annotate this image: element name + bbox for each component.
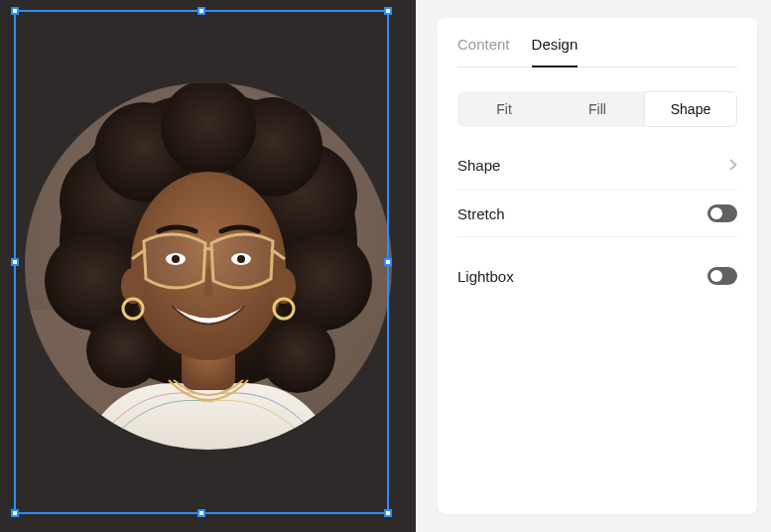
row-shape[interactable]: Shape: [457, 141, 737, 191]
tab-design[interactable]: Design: [532, 36, 578, 66]
toggle-knob: [710, 270, 722, 282]
resize-handle-bottom[interactable]: [197, 509, 205, 517]
row-stretch-label: Stretch: [457, 205, 505, 222]
segment-shape[interactable]: Shape: [644, 91, 737, 127]
chevron-right-icon: [729, 155, 737, 176]
toggle-knob: [710, 207, 722, 219]
resize-handle-left[interactable]: [11, 258, 19, 266]
row-stretch: Stretch: [457, 191, 737, 237]
resize-handle-top-left[interactable]: [11, 7, 19, 15]
row-lightbox: Lightbox: [457, 253, 737, 299]
image-fit-segmented: Fit Fill Shape: [457, 91, 737, 127]
canvas[interactable]: [0, 0, 416, 532]
resize-handle-bottom-left[interactable]: [11, 509, 19, 517]
toggle-lightbox[interactable]: [707, 267, 737, 285]
inspector-tabs: Content Design: [457, 36, 737, 67]
segment-fill[interactable]: Fill: [551, 91, 644, 127]
toggle-stretch[interactable]: [707, 204, 737, 222]
tab-content[interactable]: Content: [457, 36, 510, 66]
selection-box[interactable]: [14, 10, 389, 514]
inspector-wrap: Content Design Fit Fill Shape Shape Stre…: [416, 0, 771, 532]
resize-handle-bottom-right[interactable]: [384, 509, 392, 517]
segment-fit[interactable]: Fit: [457, 91, 551, 127]
resize-handle-top[interactable]: [197, 7, 205, 15]
section-gap: [457, 237, 737, 253]
resize-handle-top-right[interactable]: [384, 7, 392, 15]
row-lightbox-label: Lightbox: [457, 268, 514, 285]
resize-handle-right[interactable]: [384, 258, 392, 266]
app-root: Content Design Fit Fill Shape Shape Stre…: [0, 0, 771, 532]
row-shape-label: Shape: [457, 157, 500, 174]
inspector-panel: Content Design Fit Fill Shape Shape Stre…: [438, 18, 757, 514]
